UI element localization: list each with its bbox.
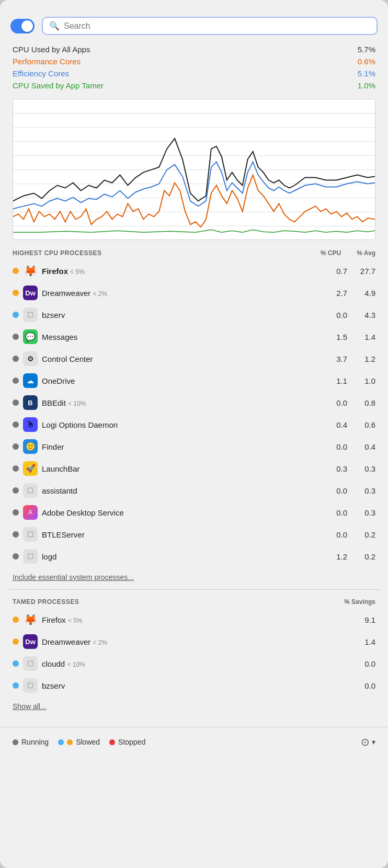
chart-svg — [13, 99, 375, 240]
cpu-used-label: CPU Used by All Apps — [13, 45, 90, 54]
app-name: Firefox < 5% — [42, 267, 317, 276]
app-icon: ☐ — [23, 307, 38, 322]
status-dot — [13, 553, 19, 559]
cpu-value: 0.0 — [321, 311, 347, 319]
app-icon: ☐ — [23, 527, 38, 542]
legend-stopped: Stopped — [109, 738, 145, 746]
table-row[interactable]: ☁ OneDrive 1.1 1.0 — [8, 370, 380, 392]
status-dot — [13, 399, 19, 406]
tamed-title: TAMED PROCESSES — [13, 598, 79, 606]
status-dot — [13, 465, 19, 472]
status-dot — [13, 334, 19, 340]
col-avg-label: % Avg — [357, 249, 375, 257]
avg-value: 1.0 — [351, 376, 375, 385]
table-row[interactable]: 🚀 LaunchBar 0.3 0.3 — [8, 458, 380, 479]
tamed-list: 🦊 Firefox < 5% 9.1 Dw Dreamweaver < 2% 1… — [0, 609, 388, 696]
tamed-col-label: % Savings — [344, 598, 375, 606]
table-row[interactable]: ⚙ Control Center 3.7 1.2 — [8, 348, 380, 370]
table-row[interactable]: 🖱 Logi Options Daemon 0.4 0.6 — [8, 414, 380, 436]
header: 🔍 — [0, 7, 388, 41]
include-link-row[interactable]: Include essential system processes... — [0, 567, 388, 589]
cpu-value: 1.5 — [321, 333, 347, 341]
tamed-section: TAMED PROCESSES % Savings 🦊 Firefox < 5%… — [0, 590, 388, 718]
eff-cores-label: Efficiency Cores — [13, 69, 69, 78]
table-row[interactable]: ☐ bzserv 0.0 — [8, 675, 380, 696]
app-icon: Dw — [23, 285, 38, 300]
table-row[interactable]: A Adobe Desktop Service 0.0 0.3 — [8, 501, 380, 523]
search-box[interactable]: 🔍 — [42, 17, 378, 35]
app-name: BBEdit < 10% — [42, 398, 317, 407]
avg-value: 0.2 — [351, 552, 375, 561]
status-dot — [13, 616, 19, 623]
app-name: Control Center — [42, 355, 317, 363]
app-name: bzserv — [42, 311, 317, 319]
avg-value: 4.3 — [351, 311, 375, 319]
savings-value: 0.0 — [351, 659, 375, 668]
slowed-dot-blue — [58, 739, 64, 745]
avg-value: 4.9 — [351, 289, 375, 298]
table-row[interactable]: ☐ cloudd < 10% 0.0 — [8, 653, 380, 675]
table-row[interactable]: ☐ bzserv 0.0 4.3 — [8, 304, 380, 326]
app-name: assistantd — [42, 486, 317, 495]
app-icon: 💬 — [23, 329, 38, 344]
app-name: Dreamweaver < 2% — [42, 637, 347, 646]
stats-section: CPU Used by All Apps 5.7% Performance Co… — [0, 41, 388, 96]
cpu-value: 0.0 — [321, 442, 347, 451]
cpu-saved-label: CPU Saved by App Tamer — [13, 81, 104, 90]
table-row[interactable]: Dw Dreamweaver < 2% 1.4 — [8, 631, 380, 653]
table-row[interactable]: 🦊 Firefox < 5% 9.1 — [8, 609, 380, 631]
table-row[interactable]: 🙂 Finder 0.0 0.4 — [8, 436, 380, 458]
avg-value: 0.6 — [351, 420, 375, 429]
status-dot — [13, 290, 19, 296]
chevron-down-icon: ▾ — [372, 738, 375, 746]
avg-value: 1.2 — [351, 355, 375, 363]
toggle-switch[interactable] — [10, 19, 35, 33]
cpu-value: 3.7 — [321, 355, 347, 363]
processes-title: HIGHEST CPU PROCESSES — [13, 249, 102, 257]
status-dot — [13, 638, 19, 645]
app-icon: ⚙ — [23, 351, 38, 366]
table-row[interactable]: ☐ BTLEServer 0.0 0.2 — [8, 523, 380, 545]
more-button[interactable]: ⊙ ▾ — [361, 736, 375, 748]
eff-cores-value: 5.1% — [358, 69, 375, 78]
tamed-header: TAMED PROCESSES % Savings — [0, 594, 388, 609]
cpu-saved-value: 1.0% — [358, 81, 375, 90]
app-icon: 🦊 — [23, 612, 38, 627]
app-name: Adobe Desktop Service — [42, 508, 317, 517]
app-icon: 🙂 — [23, 439, 38, 454]
status-dot — [13, 443, 19, 450]
app-icon: Dw — [23, 634, 38, 649]
include-link[interactable]: Include essential system processes... — [13, 573, 134, 581]
avg-value: 0.2 — [351, 530, 375, 539]
col-cpu-label: % CPU — [321, 249, 341, 257]
cpu-value: 0.0 — [321, 398, 347, 407]
app-icon: ☐ — [23, 656, 38, 671]
avg-value: 0.8 — [351, 398, 375, 407]
table-row[interactable]: B BBEdit < 10% 0.0 0.8 — [8, 392, 380, 414]
show-all-link-row[interactable]: Show all... — [0, 696, 388, 718]
perf-cores-row: Performance Cores 0.6% — [13, 55, 375, 67]
table-row[interactable]: Dw Dreamweaver < 2% 2.7 4.9 — [8, 282, 380, 304]
processes-header: HIGHEST CPU PROCESSES % CPU % Avg — [0, 245, 388, 260]
running-dot — [13, 739, 18, 745]
more-icon: ⊙ — [361, 736, 370, 748]
legend-running: Running — [13, 738, 49, 746]
stopped-dot — [109, 739, 115, 745]
app-icon: 🚀 — [23, 461, 38, 476]
cpu-value: 0.0 — [321, 486, 347, 495]
table-row[interactable]: ☐ assistantd 0.0 0.3 — [8, 479, 380, 501]
table-row[interactable]: 💬 Messages 1.5 1.4 — [8, 326, 380, 348]
app-icon: A — [23, 505, 38, 520]
show-all-link[interactable]: Show all... — [13, 702, 47, 711]
cpu-used-value: 5.7% — [358, 45, 375, 54]
app-name: LaunchBar — [42, 464, 317, 473]
table-row[interactable]: ☐ logd 1.2 0.2 — [8, 545, 380, 567]
cpu-value: 1.2 — [321, 552, 347, 561]
search-input[interactable] — [64, 21, 370, 31]
tooltip-arrow — [187, 0, 201, 7]
status-dot — [13, 531, 19, 538]
app-icon: 🦊 — [23, 264, 38, 278]
status-dot — [13, 268, 19, 274]
table-row[interactable]: 🦊 Firefox < 5% 0.7 27.7 — [8, 260, 380, 282]
avg-value: 0.3 — [351, 508, 375, 517]
